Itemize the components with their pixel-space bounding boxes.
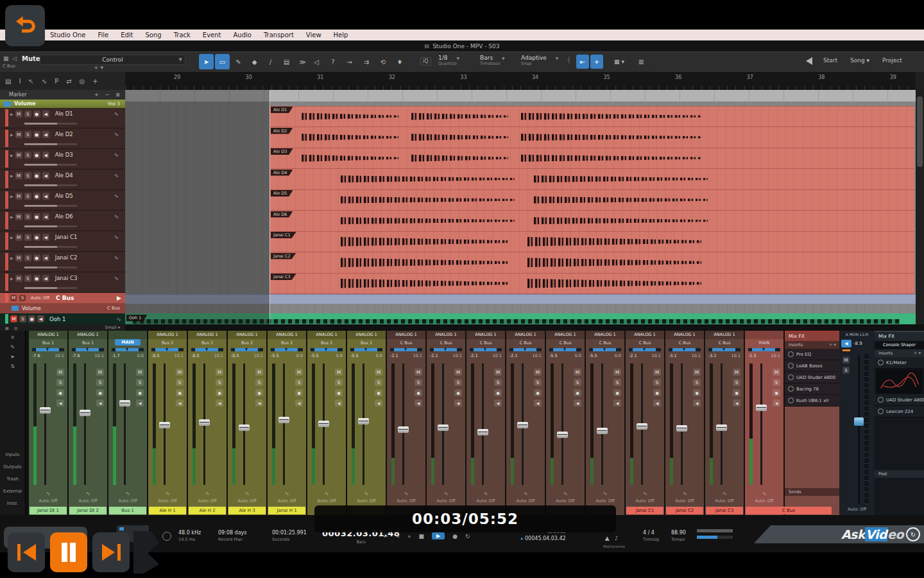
channel-mute-button[interactable]: M [574, 369, 581, 376]
track-solo-button[interactable]: S [24, 152, 31, 159]
bus-track-name[interactable]: C Bus [56, 295, 114, 301]
track-mute-button[interactable]: M [15, 110, 22, 118]
track-name[interactable]: Ale D1 [55, 110, 112, 117]
audio-track[interactable]: ▶ M S ● ◀ Janai C3 ∿ [0, 272, 125, 293]
track-solo-button[interactable]: S [24, 254, 31, 261]
track-volume-slider[interactable] [24, 225, 77, 227]
fader-cap[interactable] [239, 425, 250, 431]
channel-fader[interactable] [283, 363, 285, 485]
channel-automation-icon[interactable]: ∿ [665, 489, 704, 498]
fader-cap[interactable] [318, 421, 329, 427]
track-solo-button[interactable]: S [19, 315, 26, 322]
channel-mute-button[interactable]: M [494, 369, 502, 376]
channel-automation-icon[interactable]: ∿ [307, 489, 346, 498]
channel-name-tag[interactable]: Janai C3 [706, 507, 743, 514]
channel-solo-button[interactable]: S [375, 379, 382, 386]
control-dropdown[interactable]: Control ▼ [40, 55, 185, 65]
track-list-tool-icon[interactable]: ↖ [28, 78, 33, 85]
fader-cap[interactable] [557, 432, 568, 438]
channel-record-button[interactable]: ● [216, 389, 223, 396]
mixer-channel-strip[interactable]: MAIN -1.5 10.1 M S ● [745, 331, 783, 515]
channel-monitor-button[interactable]: ◀ [216, 399, 223, 407]
channel-automation-mode[interactable]: Auto: Off [228, 498, 266, 506]
channel-input-label[interactable]: ANALOG 1 [546, 331, 585, 339]
expand-arrow-icon[interactable]: ▶ [10, 132, 13, 137]
mixer-channel-strip[interactable]: ANALOG 1 Bus 2 -0.5 10.1 M [148, 331, 187, 515]
channel-monitor-button[interactable]: ◀ [176, 399, 184, 407]
channel-record-button[interactable]: ● [136, 389, 144, 396]
channel-fader[interactable] [44, 363, 46, 485]
channel-pan-slider[interactable] [705, 347, 744, 353]
tool-button[interactable]: ▭ [215, 54, 230, 69]
track-mute-button[interactable]: M [15, 254, 22, 261]
channel-volume-value[interactable]: -7.6 [72, 353, 80, 361]
channel-automation-icon[interactable]: ∿ [228, 489, 266, 498]
transport-button[interactable]: ↻ [465, 533, 470, 539]
expand-arrow-icon[interactable]: ▶ [10, 173, 13, 178]
channel-solo-button[interactable]: S [534, 379, 542, 386]
channel-record-button[interactable]: ● [494, 389, 502, 396]
track-solo-button[interactable]: S [24, 110, 31, 118]
track-name[interactable]: Janai C2 [55, 254, 112, 261]
insert-plugin-slot[interactable]: UAD Studer A800 [785, 372, 839, 383]
channel-automation-icon[interactable]: ∿ [69, 489, 107, 498]
track-height-selector[interactable]: Small ▾ [105, 325, 120, 330]
channel-solo-button[interactable]: S [494, 379, 502, 386]
channel-fader[interactable] [442, 363, 444, 485]
channel-solo-button[interactable]: S [773, 379, 780, 386]
menu-item[interactable]: Track [174, 31, 191, 39]
channel-fader[interactable] [641, 363, 643, 485]
channel-mute-button[interactable]: M [653, 369, 661, 376]
mixer-channel-strip[interactable]: MAIN -1.7 0.0 M S ● [108, 331, 147, 515]
automation-wave-icon[interactable]: ∿ [114, 275, 119, 281]
insert-plugin-slot[interactable]: Bacing 76 [785, 383, 839, 395]
channel-output-label[interactable]: C Bus [546, 339, 585, 347]
channel-output-label[interactable]: Bus 1 [29, 339, 67, 347]
automation-wave-icon[interactable]: ∿ [114, 131, 119, 137]
plugin-power-icon[interactable] [878, 397, 884, 403]
audio-track[interactable]: ▶ M S ● ◀ Janai C2 ∿ [0, 252, 125, 272]
track-volume-slider[interactable] [24, 123, 77, 125]
channel-mute-button[interactable]: M [613, 369, 621, 376]
transport-button[interactable]: » [407, 533, 411, 539]
track-monitor-button[interactable]: ◀ [42, 213, 49, 220]
fader-cap[interactable] [756, 405, 767, 411]
tool-button[interactable]: ▤ [279, 54, 294, 69]
fader-cap[interactable] [119, 400, 130, 407]
mixer-channel-strip[interactable]: ANALOG 1 C Bus -2.1 10.1 M [626, 331, 664, 515]
channel-record-button[interactable]: ● [534, 389, 542, 396]
grid-icon[interactable]: ▦ [5, 326, 9, 330]
mixer-bank-label[interactable]: External [0, 489, 25, 494]
track-list-tool-icon[interactable]: I [19, 78, 21, 85]
channel-input-label[interactable]: ANALOG 1 [69, 331, 107, 339]
post-label[interactable]: Post [878, 470, 887, 478]
audio-track[interactable]: ▶ M S ● ◀ Ale D2 ∿ [0, 128, 125, 149]
automation-wave-icon[interactable]: ∿ [114, 172, 119, 179]
channel-input-label[interactable]: ANALOG 1 [387, 331, 425, 339]
track-record-button[interactable]: ● [33, 131, 40, 138]
channel-volume-value[interactable]: -5.5 [311, 353, 319, 361]
track-name[interactable]: Ale D3 [55, 152, 112, 158]
expand-arrow-icon[interactable]: ▶ [10, 215, 13, 219]
page-button[interactable]: Project [882, 57, 902, 64]
channel-automation-icon[interactable]: ∿ [108, 489, 147, 498]
track-volume-slider[interactable] [24, 184, 77, 186]
track-name[interactable]: Janai C1 [55, 234, 112, 240]
channel-fader[interactable] [402, 363, 404, 485]
channel-name-tag[interactable]: Ale H 2 [189, 507, 226, 514]
channel-automation-mode[interactable]: Auto: Off [705, 498, 744, 506]
channel-mute-button[interactable]: M [454, 369, 462, 376]
channel-solo-button[interactable]: S [176, 379, 184, 386]
tempo-display[interactable]: 88.90Tempo [671, 530, 686, 542]
channel-automation-mode[interactable]: Auto: Off [29, 498, 67, 506]
channel-pan-slider[interactable] [307, 347, 346, 353]
mixer-panel-icon[interactable]: ➤ [0, 354, 25, 360]
menu-item[interactable]: Studio One [50, 31, 85, 39]
audio-clip[interactable]: Ale D2 [270, 127, 914, 148]
channel-automation-icon[interactable]: ∿ [705, 489, 744, 498]
track-name[interactable]: Ooh 1 [49, 316, 114, 322]
channel-name-tag[interactable]: Janai C2 [666, 507, 703, 514]
add-insert-button[interactable]: + ▾ [828, 341, 836, 349]
record-ready-icon[interactable] [162, 532, 171, 541]
channel-pan-slider[interactable] [466, 347, 505, 353]
